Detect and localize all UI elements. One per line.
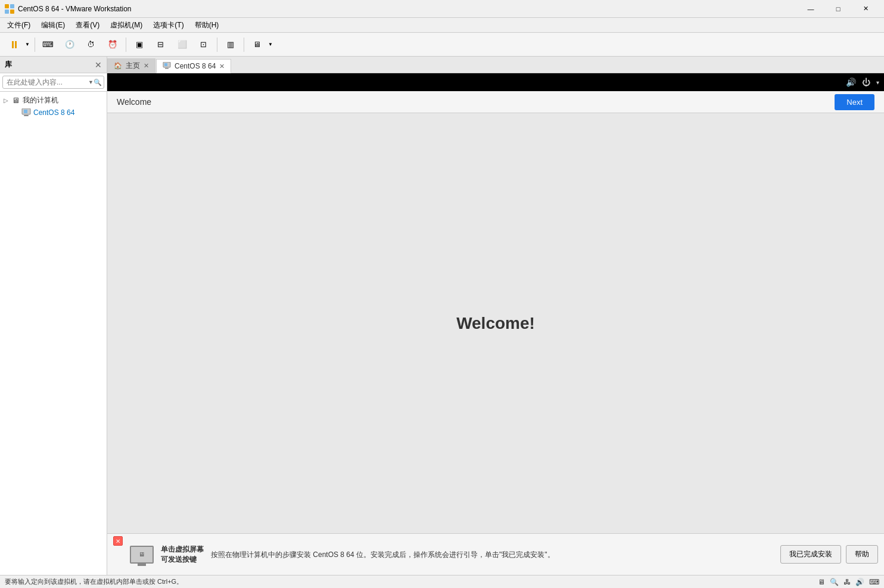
vm-content: Welcome Next Welcome! <box>107 91 884 533</box>
window-controls: — □ ✕ <box>797 0 879 18</box>
tree-expand-icon: ▷ <box>4 97 11 104</box>
menu-tabs[interactable]: 选项卡(T) <box>148 19 188 32</box>
status-input-icon[interactable]: ⌨ <box>869 578 879 586</box>
title-bar: CentOS 8 64 - VMware Workstation — □ ✕ <box>0 0 884 18</box>
centos-tab-icon <box>163 62 171 70</box>
title-text: CentOS 8 64 - VMware Workstation <box>18 5 132 13</box>
tab-centos[interactable]: CentOS 8 64 ✕ <box>156 59 231 73</box>
svg-rect-8 <box>164 63 167 66</box>
power-icon[interactable]: ⏻ <box>862 77 870 87</box>
pause-dropdown-arrow[interactable]: ▼ <box>24 36 31 54</box>
tab-centos-close[interactable]: ✕ <box>219 63 225 70</box>
maximize-button[interactable]: □ <box>824 0 852 18</box>
status-bar: 要将输入定向到该虚拟机，请在虚拟机内部单击或按 Ctrl+G。 🖥 🔍 🖧 🔊 … <box>0 575 884 588</box>
vm-topbar: 🔊 ⏻ ▾ <box>107 73 884 91</box>
main-layout: 库 ✕ ▼ 🔍 ▷ 🖥 我的计算机 <box>0 57 884 575</box>
app-icon <box>5 4 14 14</box>
view-full-icon: ⬜ <box>178 40 187 49</box>
pause-dropdown: ▼ <box>5 36 31 54</box>
search-icon: 🔍 <box>94 79 102 86</box>
sidebar-dropdown-arrow[interactable]: ▼ <box>88 79 94 85</box>
menu-vm[interactable]: 虚拟机(M) <box>105 19 147 32</box>
view-full-button[interactable]: ⬜ <box>173 36 192 54</box>
toolbar-sep-3 <box>217 38 217 52</box>
vm-welcome-heading: Welcome! <box>456 314 535 333</box>
menu-help[interactable]: 帮助(H) <box>190 19 224 32</box>
bottom-message: 按照在物理计算机中的步骤安装 CentOS 8 64 位。安装完成后，操作系统会… <box>211 549 773 560</box>
tab-home[interactable]: 🏠 主页 ✕ <box>107 58 155 73</box>
vm-welcome-text: Welcome <box>117 97 151 107</box>
tab-centos-label: CentOS 8 64 <box>175 62 216 70</box>
tree-label-my-computer: 我的计算机 <box>23 95 58 105</box>
view-dropdown-arrow[interactable]: ▼ <box>267 36 274 54</box>
bottom-close-button[interactable]: ✕ <box>113 536 123 546</box>
pause-icon <box>12 41 17 48</box>
toolbar: ▼ ⌨ 🕐 ⏱ ⏰ ▣ ⊟ ⬜ ⊡ ▥ 🖥 ▼ <box>0 33 884 57</box>
menu-edit[interactable]: 编辑(E) <box>36 19 70 32</box>
toolbar-sep-4 <box>244 38 244 52</box>
snapshot-icon: 🕐 <box>65 40 74 49</box>
snapshot3-icon: ⏰ <box>108 40 117 49</box>
view-icon: 🖥 <box>253 40 261 49</box>
title-bar-left: CentOS 8 64 - VMware Workstation <box>5 4 132 14</box>
send-ctrl-alt-del-button[interactable]: ⌨ <box>39 36 58 54</box>
tab-home-close[interactable]: ✕ <box>144 62 149 70</box>
snapshot3-button[interactable]: ⏰ <box>103 36 122 54</box>
bottom-bar: ✕ 🖥 单击虚拟屏幕 可发送按键 按照在物理计算机中的步骤安装 CentOS 8… <box>107 533 884 575</box>
status-network-icon[interactable]: 🖧 <box>843 578 851 586</box>
volume-icon[interactable]: 🔊 <box>846 77 856 87</box>
toolbar-sep-1 <box>35 38 35 52</box>
snapshot2-icon: ⏱ <box>87 40 95 49</box>
sidebar: 库 ✕ ▼ 🔍 ▷ 🖥 我的计算机 <box>0 57 107 575</box>
vm-icon <box>21 108 31 117</box>
menu-bar: 文件(F) 编辑(E) 查看(V) 虚拟机(M) 选项卡(T) 帮助(H) <box>0 18 884 33</box>
view-unity-icon: ⊟ <box>157 40 164 49</box>
vm-welcome-bar: Welcome Next <box>107 91 884 113</box>
bottom-click-title: 单击虚拟屏幕 可发送按键 <box>161 545 204 565</box>
home-tab-icon: 🏠 <box>114 62 122 70</box>
power-chevron-icon[interactable]: ▾ <box>876 79 879 86</box>
help-button[interactable]: 帮助 <box>846 545 878 564</box>
menu-file[interactable]: 文件(F) <box>2 19 35 32</box>
sidebar-title: 库 <box>5 60 12 70</box>
status-zoom-icon[interactable]: 🔍 <box>830 578 839 586</box>
menu-view[interactable]: 查看(V) <box>71 19 104 32</box>
snapshot2-button[interactable]: ⏱ <box>82 36 101 54</box>
pause-button[interactable] <box>5 36 24 54</box>
svg-rect-9 <box>165 68 169 69</box>
vm-main-area[interactable]: Welcome! <box>107 113 884 533</box>
sidebar-search-container: ▼ 🔍 <box>0 73 107 92</box>
sidebar-close-button[interactable]: ✕ <box>95 60 102 70</box>
computer-icon: 🖥 <box>11 96 20 105</box>
vm-next-button[interactable]: Next <box>835 94 874 110</box>
minimize-button[interactable]: — <box>797 0 824 18</box>
tab-bar: 🏠 主页 ✕ CentOS 8 64 ✕ <box>107 57 884 73</box>
console-icon: ▥ <box>227 40 234 49</box>
status-display-icon[interactable]: 🖥 <box>818 578 825 586</box>
complete-install-button[interactable]: 我已完成安装 <box>780 545 841 564</box>
view-dropdown-btn[interactable]: 🖥 <box>248 36 267 54</box>
svg-rect-5 <box>24 110 27 113</box>
view-dropdown: 🖥 ▼ <box>248 36 274 54</box>
console-button[interactable]: ▥ <box>221 36 240 54</box>
tree-item-centos[interactable]: CentOS 8 64 <box>0 107 107 119</box>
vm-area: 🔊 ⏻ ▾ Welcome Next Welcome! <box>107 73 884 533</box>
tree-label-centos: CentOS 8 64 <box>33 108 74 117</box>
view-normal-button[interactable]: ▣ <box>130 36 149 54</box>
view-fullscreen-button[interactable]: ⊡ <box>194 36 213 54</box>
tab-home-label: 主页 <box>126 61 140 71</box>
status-audio-icon[interactable]: 🔊 <box>855 578 864 586</box>
vm-screen-thumbnail-icon: 🖥 <box>130 546 154 564</box>
sidebar-tree: ▷ 🖥 我的计算机 CentOS 8 64 <box>0 92 107 575</box>
status-hint-text: 要将输入定向到该虚拟机，请在虚拟机内部单击或按 Ctrl+G。 <box>5 577 183 586</box>
content-area: 🏠 主页 ✕ CentOS 8 64 ✕ <box>107 57 884 575</box>
view-normal-icon: ▣ <box>136 40 143 49</box>
close-button[interactable]: ✕ <box>852 0 879 18</box>
bottom-click-info: 单击虚拟屏幕 可发送按键 <box>161 545 204 565</box>
status-bar-right: 🖥 🔍 🖧 🔊 ⌨ <box>818 578 879 586</box>
view-unity-button[interactable]: ⊟ <box>151 36 170 54</box>
keyboard-icon: ⌨ <box>42 40 54 49</box>
tree-item-my-computer[interactable]: ▷ 🖥 我的计算机 <box>0 94 107 107</box>
svg-rect-6 <box>24 115 29 116</box>
snapshot-button[interactable]: 🕐 <box>60 36 79 54</box>
